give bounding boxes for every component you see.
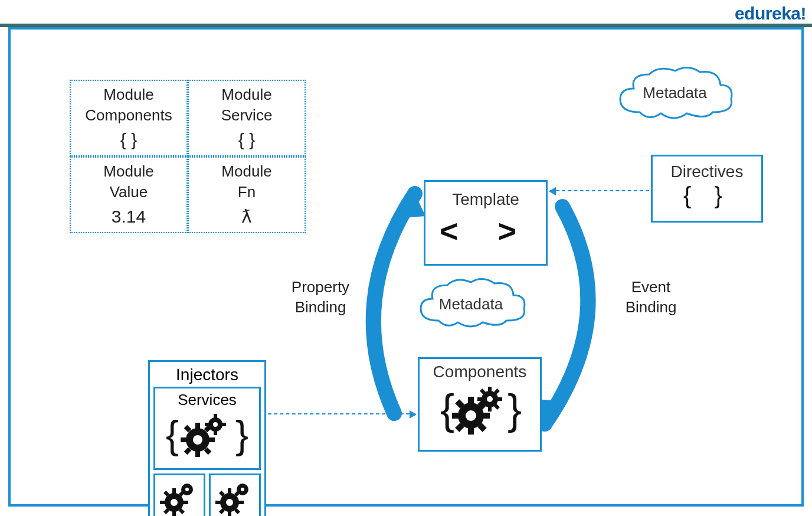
svg-rect-46 [160, 501, 165, 504]
svg-point-53 [185, 488, 189, 491]
svg-text:}: } [235, 413, 248, 456]
svg-rect-28 [195, 423, 200, 429]
svg-point-15 [487, 396, 493, 402]
svg-point-65 [241, 488, 244, 491]
module-fn-line2: Fn [238, 182, 256, 203]
svg-rect-7 [468, 427, 474, 435]
directives-symbol: { } [653, 182, 761, 209]
template-box: Template < > [424, 180, 548, 266]
property-binding-label: Property Binding [285, 277, 356, 318]
svg-text:}: } [508, 386, 522, 433]
metadata-center-label: Metadata [412, 295, 530, 313]
svg-text:{: { [166, 413, 179, 456]
injector-slot-1 [153, 473, 205, 516]
svg-rect-57 [228, 511, 231, 516]
module-value-line2: Value [110, 182, 148, 203]
components-label: Components [420, 362, 540, 381]
svg-rect-39 [214, 431, 217, 435]
template-symbol: < > [425, 213, 546, 249]
module-components-box: Module Components { } [70, 80, 188, 156]
svg-rect-17 [488, 407, 492, 412]
svg-rect-6 [468, 397, 474, 404]
directives-box: Directives { } [651, 155, 763, 223]
svg-rect-19 [497, 397, 502, 401]
arrow-injectors-to-components [268, 413, 415, 414]
module-service-line2: Service [221, 105, 273, 126]
svg-rect-30 [181, 437, 186, 442]
svg-rect-38 [214, 414, 217, 418]
arrow-directives-to-template [550, 190, 649, 191]
gears-icon [156, 478, 202, 516]
svg-rect-8 [452, 413, 459, 419]
svg-rect-29 [195, 451, 200, 457]
injector-slot-2 [209, 473, 261, 516]
diagram-frame: Module Components { } Module Service { }… [8, 27, 804, 507]
svg-rect-9 [483, 413, 490, 419]
metadata-cloud-top: Metadata [611, 65, 738, 124]
svg-rect-47 [183, 501, 188, 504]
module-components-line1: Module [103, 84, 153, 105]
module-value-box: Module Value 3.14 [70, 156, 188, 233]
svg-rect-58 [215, 501, 221, 504]
svg-text:{: { [440, 386, 454, 433]
svg-rect-40 [205, 423, 209, 426]
metadata-top-label: Metadata [611, 84, 738, 102]
svg-rect-18 [477, 397, 482, 401]
module-fn-symbol: ƛ [241, 205, 252, 229]
module-components-symbol: { } [120, 128, 137, 152]
svg-rect-44 [172, 488, 176, 494]
module-service-symbol: { } [238, 128, 255, 152]
injectors-box: Injectors Services { } [148, 360, 266, 516]
gears-icon: { } [162, 409, 252, 462]
gears-icon [212, 478, 258, 516]
module-fn-box: Module Fn ƛ [188, 156, 306, 233]
svg-point-5 [466, 410, 476, 421]
svg-point-55 [226, 499, 233, 506]
components-box: Components { } [418, 357, 542, 452]
svg-point-43 [171, 499, 178, 506]
module-service-box: Module Service { } [188, 80, 306, 156]
metadata-cloud-center: Metadata [412, 276, 530, 332]
module-value-symbol: 3.14 [112, 205, 146, 229]
injectors-title: Injectors [153, 365, 261, 384]
svg-rect-45 [172, 511, 176, 516]
directives-label: Directives [653, 162, 761, 181]
svg-point-37 [213, 422, 218, 427]
module-fn-line1: Module [221, 161, 271, 182]
svg-rect-31 [209, 437, 215, 442]
services-box: Services { } [153, 387, 261, 470]
svg-rect-59 [238, 501, 244, 504]
template-label: Template [425, 190, 546, 209]
gears-icon: { } [436, 381, 524, 440]
brand-logo: edureka! [735, 4, 806, 24]
svg-rect-16 [488, 387, 492, 391]
svg-rect-56 [228, 488, 231, 494]
module-grid: Module Components { } Module Service { }… [70, 80, 307, 233]
svg-point-27 [193, 435, 202, 445]
event-binding-label: Event Binding [618, 277, 683, 318]
svg-rect-41 [222, 423, 226, 426]
module-value-line1: Module [103, 161, 153, 182]
module-service-line1: Module [221, 84, 271, 105]
services-label: Services [156, 391, 258, 409]
module-components-line2: Components [85, 105, 172, 126]
